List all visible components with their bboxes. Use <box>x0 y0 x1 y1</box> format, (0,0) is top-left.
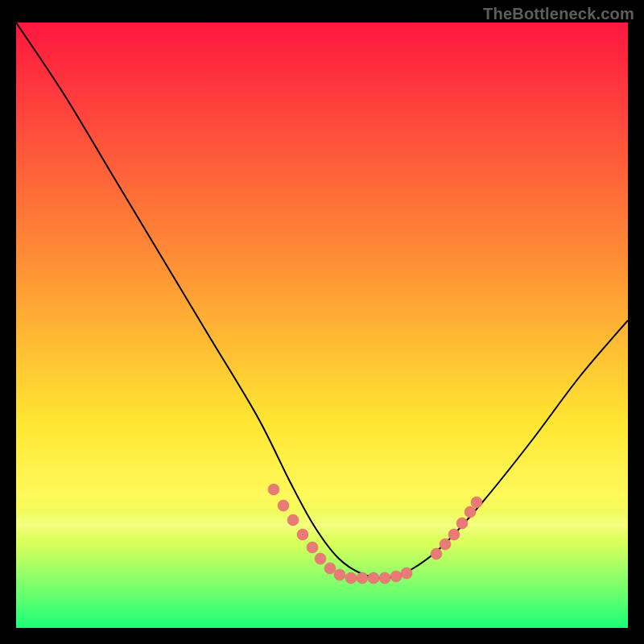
sample-dot <box>440 539 451 550</box>
sample-dot <box>390 571 402 582</box>
sample-dot <box>456 518 468 529</box>
sample-dot <box>464 506 476 518</box>
curve-svg <box>16 23 628 628</box>
sample-dots <box>268 484 482 584</box>
plot-area <box>16 23 628 628</box>
sample-dot <box>297 529 308 540</box>
sample-dot <box>268 484 279 495</box>
sample-dot <box>287 514 299 526</box>
sample-dot <box>334 569 345 580</box>
sample-dot <box>401 568 412 579</box>
sample-dot <box>471 497 482 508</box>
sample-dot <box>345 572 357 584</box>
chart-frame: TheBottleneck.com <box>0 0 644 644</box>
sample-dot <box>379 572 390 584</box>
sample-dot <box>431 548 442 559</box>
sample-dot <box>315 553 326 564</box>
watermark-text: TheBottleneck.com <box>483 5 634 23</box>
sample-dot <box>278 500 289 511</box>
bottleneck-curve-path <box>16 23 628 578</box>
sample-dot <box>357 572 368 584</box>
sample-dot <box>324 563 336 574</box>
sample-dot <box>307 542 318 553</box>
sample-dot <box>368 572 379 584</box>
sample-dot <box>448 529 460 540</box>
